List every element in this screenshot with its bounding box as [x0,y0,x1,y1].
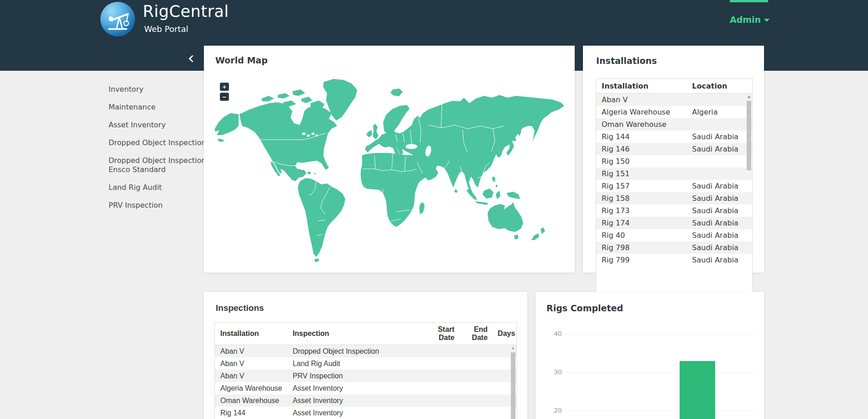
cell-inspection: PRV Inspection [287,370,423,382]
cell-location: Saudi Arabia [686,143,752,155]
rigs-completed-card: Rigs Completed 403020 [535,292,764,419]
cell-location: Saudi Arabia [686,204,752,217]
admin-menu-label: Admin [730,15,761,25]
world-map-card: World Map + − [204,46,575,272]
table-row[interactable]: Rig 174Saudi Arabia [596,217,752,229]
cell-location: Saudi Arabia [686,192,752,204]
cell-installation: Rig 150 [596,155,686,168]
table-row[interactable]: Aban VDropped Object Inspection [215,345,516,357]
table-row[interactable]: Algeria WarehouseAsset Inventory [215,382,516,394]
sidebar-item-dropped-object-inspection-ensco-standard[interactable]: Dropped Object Inspection Ensco Standard [109,156,208,174]
inspections-title: Inspections [216,303,264,313]
sidebar-item-asset-inventory[interactable]: Asset Inventory [109,120,208,130]
y-axis-tick-label: 20 [542,407,562,414]
cell-location [686,168,752,180]
admin-menu[interactable]: Admin [730,0,768,25]
cell-end_date [459,357,492,370]
cell-installation: Aban V [215,357,287,370]
world-map-svg [214,75,567,264]
cell-installation: Rig 174 [596,217,686,229]
table-row[interactable]: Rig 40Saudi Arabia [596,229,752,241]
zoom-out-button[interactable]: − [220,93,229,101]
app-window: RigCentral Web Portal Admin InventoryMai… [0,0,868,419]
cell-location: Algeria [686,106,752,118]
pumpjack-icon [105,7,130,31]
cell-location: Saudi Arabia [686,131,752,143]
column-header-installation: Installation [596,79,686,94]
cell-location [686,94,752,106]
sidebar-item-maintenance[interactable]: Maintenance [109,103,208,112]
table-row[interactable]: Rig 144Asset Inventory [215,407,516,419]
installations-title: Installations [596,56,657,66]
scroll-up-icon[interactable]: ▲ [510,345,516,351]
column-header-inspection: Inspection [287,323,423,345]
cell-start_date [423,382,459,394]
cell-installation: Rig 158 [596,192,686,204]
cell-location [686,118,752,131]
app-subtitle: Web Portal [144,24,188,34]
table-row[interactable]: Oman WarehouseAsset Inventory [215,394,516,407]
active-nav-indicator [730,0,768,2]
app-title: RigCentral [143,2,229,21]
inspections-scrollbar: ▲ [510,345,516,419]
table-row[interactable]: Rig 150 [596,155,752,168]
cell-installation: Rig 798 [596,241,686,254]
cell-end_date [459,370,492,382]
inspections-card: Inspections Installation Inspection Star… [204,292,527,419]
table-row[interactable]: Rig 173Saudi Arabia [596,204,752,217]
table-row[interactable]: Aban VLand Rig Audit [215,357,516,370]
world-map[interactable] [214,75,567,264]
sidebar-item-land-rig-audit[interactable]: Land Rig Audit [109,183,208,192]
table-row[interactable]: Rig 798Saudi Arabia [596,241,752,254]
y-axis-tick-label: 40 [542,330,562,337]
map-zoom-controls: + − [220,83,229,103]
cell-location: Saudi Arabia [686,241,752,254]
cell-installation: Algeria Warehouse [215,382,287,394]
cell-end_date [459,394,492,407]
cell-end_date [459,407,492,419]
rigs-completed-chart: 403020 [535,292,764,419]
column-header-days: Days [492,323,516,345]
inspections-scroll-region: Aban VDropped Object InspectionAban VLan… [215,345,516,419]
cell-start_date [423,345,459,357]
cell-installation: Rig 144 [596,131,686,143]
cell-inspection: Asset Inventory [287,382,423,394]
table-row[interactable]: Rig 146Saudi Arabia [596,143,752,155]
app-logo [100,2,135,37]
installations-scrollbar: ▲ ▼ [746,94,752,309]
table-row[interactable]: Aban VPRV Inspection [215,370,516,382]
chevron-left-icon [188,55,196,62]
sidebar-item-dropped-object-inspection[interactable]: Dropped Object Inspection [109,138,208,147]
table-row[interactable]: Rig 157Saudi Arabia [596,180,752,192]
scroll-up-icon[interactable]: ▲ [746,94,752,100]
column-header-start-date: Start Date [423,323,459,345]
world-map-title: World Map [215,55,268,65]
table-row[interactable]: Rig 799Saudi Arabia [596,254,752,266]
sidebar-item-prv-inspection[interactable]: PRV Inspection [109,201,208,210]
table-row[interactable]: Rig 151 [596,168,752,180]
scrollbar-thumb[interactable] [747,101,751,170]
table-row[interactable]: Rig 158Saudi Arabia [596,192,752,204]
cell-start_date [423,370,459,382]
inspections-table: Installation Inspection Start Date End D… [214,322,517,419]
zoom-in-button[interactable]: + [220,83,229,91]
column-header-location: Location [686,79,752,94]
cell-installation: Oman Warehouse [596,118,686,131]
table-row[interactable]: Oman Warehouse [596,118,752,131]
y-axis-tick-label: 30 [542,368,562,376]
sidebar-collapse-button[interactable] [185,51,199,67]
chart-bar[interactable] [680,361,715,419]
cell-location: Saudi Arabia [686,180,752,192]
cell-installation: Rig 146 [596,143,686,155]
cell-location: Saudi Arabia [686,217,752,229]
sidebar-item-inventory[interactable]: Inventory [109,85,208,94]
scrollbar-thumb[interactable] [511,352,515,419]
cell-installation: Rig 40 [596,229,686,241]
table-row[interactable]: Rig 144Saudi Arabia [596,131,752,143]
table-row[interactable]: Aban V [596,94,752,106]
installations-scroll-region: Aban VAlgeria WarehouseAlgeriaOman Wareh… [596,94,752,309]
table-row[interactable]: Algeria WarehouseAlgeria [596,106,752,118]
cell-installation: Aban V [215,370,287,382]
cell-installation: Rig 151 [596,168,686,180]
cell-end_date [459,345,492,357]
